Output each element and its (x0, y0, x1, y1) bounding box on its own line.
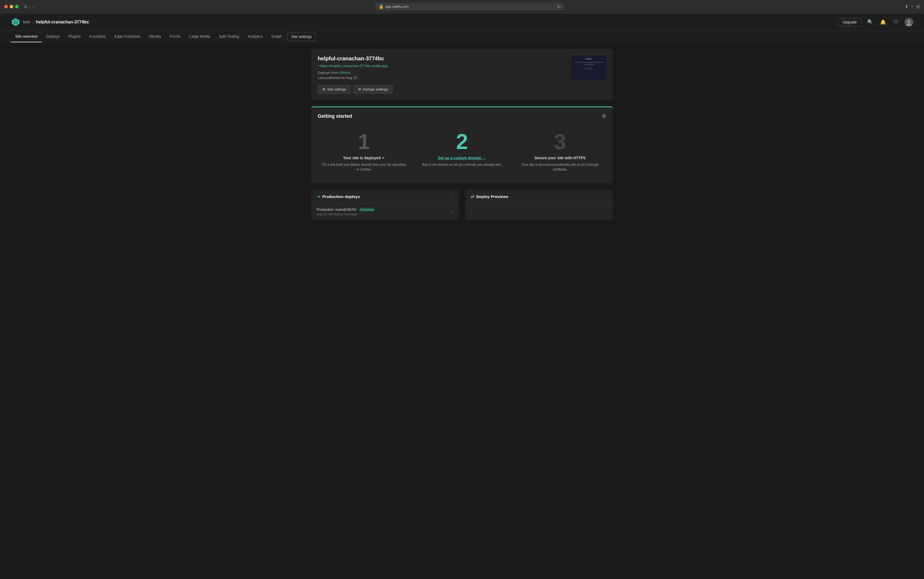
gs-step-desc-3: Your site is secured automatically with … (517, 162, 604, 172)
deploy-row-chevron: › (452, 209, 453, 214)
new-tab-icon[interactable]: + (911, 4, 914, 9)
gs-step-number-1: 1 (320, 131, 407, 152)
lock-icon: 🔒 (378, 4, 384, 9)
svg-point-4 (907, 20, 911, 23)
forward-icon[interactable]: › (33, 5, 34, 9)
gs-step-label-3: Secure your site with HTTPS (517, 156, 604, 160)
published-badge: Published (359, 208, 375, 211)
deploy-previews-header: ⇄ Deploy Previews (465, 190, 613, 204)
avatar[interactable] (904, 18, 913, 26)
deploy-name: Production: main@HEAD Published (317, 208, 375, 211)
gs-step-number-3: 3 (517, 131, 604, 152)
maximize-traffic-light[interactable] (15, 5, 19, 8)
production-deploys-card: ⇢ Production deploys › Production: main@… (311, 190, 459, 220)
nav-bar: Site overview Deploys Plugins Functions … (0, 31, 924, 43)
share-icon[interactable]: ⬆ (905, 4, 908, 9)
gs-step-desc-1: Try a test build and deploy, directly fr… (320, 162, 407, 172)
gs-step-label-1: Your site is deployed ✓ (320, 156, 407, 160)
browser-nav-icons: ⊟ ‹ › (24, 5, 34, 9)
address-bar[interactable]: 🔒 app.netlify.com ↻ (375, 3, 564, 10)
production-deploys-icon: ⇢ (317, 194, 320, 199)
gs-close-button[interactable]: ⊗ (601, 113, 606, 119)
site-preview[interactable]: Watch Try a test build and deploy, direc… (571, 56, 606, 80)
nav-item-site-settings[interactable]: Site settings (287, 33, 316, 41)
deploy-previews-card: ⇄ Deploy Previews (465, 190, 613, 220)
deploy-previews-icon: ⇄ (471, 194, 474, 199)
address-text: app.netlify.com (386, 5, 409, 9)
browser-right-icons: ⬆ + ⊞ (905, 4, 920, 9)
gear-icon: ⚙ (322, 87, 326, 92)
minimize-traffic-light[interactable] (10, 5, 13, 8)
netlify-logo[interactable] (11, 17, 20, 27)
nav-item-functions[interactable]: Functions (85, 31, 110, 42)
preview-dot-1 (585, 68, 587, 70)
gs-step-3: 3 Secure your site with HTTPS Your site … (514, 128, 606, 175)
domain-settings-button[interactable]: ⚙ Domain settings (354, 85, 393, 93)
nav-item-large-media[interactable]: Large Media (185, 31, 215, 42)
breadcrumb-test[interactable]: test (23, 20, 30, 25)
site-deploys-from: Deploys from GitHub. (318, 70, 393, 75)
breadcrumb-separator: › (32, 20, 34, 25)
back-icon[interactable]: ‹ (29, 5, 31, 9)
site-name: helpful-cranachan-3774bc (318, 56, 393, 62)
preview-subtitle: Try a test build and deploy, directly fr… (574, 61, 604, 66)
preview-dots (585, 68, 592, 70)
gs-step-number-2: 2 (419, 131, 505, 152)
site-info: helpful-cranachan-3774bc https://helpful… (318, 56, 393, 93)
production-deploys-title: ⇢ Production deploys (317, 194, 360, 199)
github-link[interactable]: GitHub (339, 70, 350, 75)
gs-title: Getting started (318, 113, 352, 119)
gs-steps: 1 Your site is deployed ✓ Try a test bui… (311, 124, 613, 183)
getting-started-card: Getting started ⊗ 1 Your site is deploye… (311, 106, 613, 183)
nav-item-plugins[interactable]: Plugins (64, 31, 85, 42)
breadcrumb: test › helpful-cranachan-3774bc (23, 20, 89, 25)
nav-item-identity[interactable]: Identity (145, 31, 166, 42)
close-traffic-light[interactable] (4, 5, 8, 8)
site-url-link[interactable]: https://helpful-cranachan-3774bc.netlify… (318, 64, 393, 68)
header-left: test › helpful-cranachan-3774bc (11, 17, 89, 27)
deploy-date: Aug 25: No deploy message (317, 212, 375, 216)
header-right: Upgrade 🔍 🔔 🛡 (838, 18, 913, 26)
deploy-row-1[interactable]: Production: main@HEAD Published Aug 25: … (311, 204, 459, 220)
browser-chrome: ⊟ ‹ › 🔒 app.netlify.com ↻ ⬆ + ⊞ (0, 0, 924, 13)
custom-domain-link[interactable]: Set up a custom domain → (438, 156, 486, 160)
nav-item-site-overview[interactable]: Site overview (11, 31, 42, 42)
gs-step-desc-2: Buy a new domain or set up a domain you … (419, 162, 505, 167)
deploy-info: Production: main@HEAD Published Aug 25: … (317, 208, 375, 216)
nav-item-forms[interactable]: Forms (166, 31, 185, 42)
shield-icon[interactable]: 🛡 (892, 18, 900, 26)
nav-item-split-testing[interactable]: Split Testing (214, 31, 243, 42)
gs-step-label-2: Set up a custom domain → (419, 156, 505, 160)
site-last-published: Last published on Aug 25. (318, 76, 393, 80)
production-deploys-header: ⇢ Production deploys › (311, 190, 459, 204)
breadcrumb-site[interactable]: helpful-cranachan-3774bc (36, 20, 89, 25)
nav-item-deploys[interactable]: Deploys (42, 31, 64, 42)
gs-header: Getting started ⊗ (311, 107, 613, 124)
preview-dot-2 (588, 68, 590, 70)
grid-icon[interactable]: ⊞ (916, 4, 920, 9)
deploy-previews-title: ⇄ Deploy Previews (471, 194, 508, 199)
site-actions: ⚙ Site settings ⚙ Domain settings (318, 85, 393, 93)
traffic-lights (4, 5, 19, 8)
bottom-grid: ⇢ Production deploys › Production: main@… (311, 190, 613, 220)
gs-step-2: 2 Set up a custom domain → Buy a new dom… (416, 128, 508, 175)
production-deploys-chevron: › (452, 194, 453, 199)
main-content: helpful-cranachan-3774bc https://helpful… (300, 43, 624, 227)
nav-item-edge-functions[interactable]: Edge Functions (110, 31, 145, 42)
site-card: helpful-cranachan-3774bc https://helpful… (311, 49, 613, 100)
notifications-icon[interactable]: 🔔 (879, 18, 887, 26)
site-settings-card-button[interactable]: ⚙ Site settings (318, 85, 351, 93)
refresh-icon[interactable]: ↻ (557, 4, 561, 9)
preview-title: Watch (586, 58, 592, 60)
close-circle-icon: ⊗ (601, 113, 606, 119)
gs-step-1: 1 Your site is deployed ✓ Try a test bui… (318, 128, 410, 175)
nav-item-analytics[interactable]: Analytics (243, 31, 267, 42)
nav-item-graph[interactable]: Graph (267, 31, 286, 42)
preview-dot-3 (591, 68, 592, 70)
sidebar-toggle-icon[interactable]: ⊟ (24, 5, 27, 9)
search-icon[interactable]: 🔍 (866, 18, 875, 26)
upgrade-button[interactable]: Upgrade (838, 18, 862, 26)
gear-icon-2: ⚙ (358, 87, 361, 92)
app-header: test › helpful-cranachan-3774bc Upgrade … (0, 13, 924, 31)
